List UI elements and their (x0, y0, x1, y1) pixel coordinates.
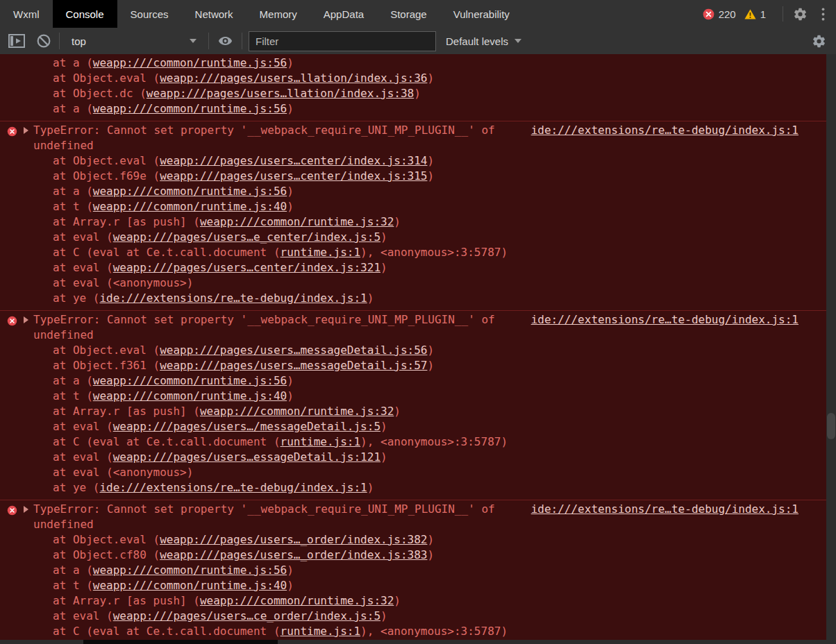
stack-text: at ye ( (53, 481, 99, 494)
stack-source-link[interactable]: ide:///extensions/re…te-debug/index.js:1 (99, 291, 367, 305)
stack-text: ) (287, 185, 294, 198)
clear-console-icon[interactable] (35, 32, 53, 50)
expand-triangle-icon[interactable] (24, 506, 28, 513)
stack-text: at eval ( (53, 450, 113, 464)
dropdown-caret-icon (515, 39, 521, 43)
stack-source-link[interactable]: weapp:///pages/users…_order/index.js:382 (160, 533, 427, 546)
expand-triangle-icon[interactable] (24, 316, 28, 323)
stack-source-link[interactable]: weapp:///pages/users…messageDetail.js:57 (160, 359, 427, 372)
stack-source-link[interactable]: weapp:///pages/users…center/index.js:314 (160, 154, 427, 167)
stack-text: at eval ( (53, 230, 113, 244)
log-levels-selector[interactable]: Default levels (446, 35, 521, 47)
stack-frame-line: at Object.f361 (weapp:///pages/users…mes… (0, 358, 826, 373)
stack-frame-line: at eval (weapp:///pages/users…ce_order/i… (0, 609, 826, 624)
stack-frame-line: at a (weapp:///common/runtime.js:56) (0, 101, 826, 117)
error-circle-icon (7, 505, 17, 520)
error-source-link[interactable]: ide:///extensions/re…te-debug/index.js:1 (531, 123, 799, 138)
stack-text: at Object.eval ( (53, 344, 160, 357)
stack-source-link[interactable]: ide:///extensions/re…te-debug/index.js:1 (99, 481, 367, 494)
stack-frame-line: at eval (weapp:///pages/users…/messageDe… (0, 419, 826, 434)
stack-text: at t ( (53, 389, 93, 402)
vertical-scrollbar-thumb[interactable] (827, 413, 835, 439)
stack-frame-line: at Object.cf80 (weapp:///pages/users…_or… (0, 548, 826, 563)
vertical-scrollbar[interactable] (826, 54, 836, 640)
execution-context-selector[interactable]: top (66, 35, 202, 47)
stack-source-link[interactable]: weapp:///pages/users…e_center/index.js:5 (113, 230, 381, 244)
stack-source-link[interactable]: weapp:///common/runtime.js:56 (93, 374, 287, 387)
stack-source-link[interactable]: weapp:///pages/users…llation/index.js:38 (147, 87, 414, 100)
error-circle-icon (7, 315, 17, 330)
horizontal-scrollbar-thumb[interactable] (83, 640, 278, 644)
stack-frame-line: at a (weapp:///common/runtime.js:56) (0, 56, 826, 71)
error-count: 220 (719, 8, 736, 20)
stack-text: ) (427, 533, 434, 546)
stack-source-link[interactable]: runtime.js:1 (281, 625, 361, 638)
tab-sources[interactable]: Sources (117, 0, 182, 28)
stack-source-link[interactable]: weapp:///common/runtime.js:56 (93, 102, 287, 115)
tab-wxml[interactable]: Wxml (0, 0, 53, 28)
tab-appdata[interactable]: AppData (310, 0, 377, 28)
console-settings-gear-icon[interactable] (810, 33, 828, 50)
stack-source-link[interactable]: weapp:///common/runtime.js:56 (93, 185, 287, 198)
stack-source-link[interactable]: weapp:///common/runtime.js:40 (93, 579, 287, 592)
tab-vulnerability[interactable]: Vulnerability (440, 0, 523, 28)
stack-source-link[interactable]: runtime.js:1 (281, 435, 361, 448)
error-source-link[interactable]: ide:///extensions/re…te-debug/index.js:1 (531, 502, 799, 517)
stack-source-link[interactable]: runtime.js:1 (281, 246, 361, 259)
stack-source-link[interactable]: weapp:///pages/users…_order/index.js:383 (160, 548, 427, 561)
kebab-menu-icon[interactable] (820, 6, 826, 22)
stack-text: ) (381, 261, 387, 274)
tab-storage[interactable]: Storage (377, 0, 440, 28)
stack-frame-line: at eval (<anonymous>) (0, 465, 826, 480)
stack-text: at Object.f69e ( (53, 169, 160, 183)
stack-source-link[interactable]: weapp:///common/runtime.js:32 (200, 405, 394, 418)
stack-source-link[interactable]: weapp:///common/runtime.js:40 (93, 389, 287, 402)
tab-memory[interactable]: Memory (246, 0, 310, 28)
console-sidebar-toggle-icon[interactable] (7, 33, 26, 49)
stack-frame-line: at t (weapp:///common/runtime.js:40) (0, 578, 826, 593)
stack-source-link[interactable]: weapp:///pages/users…center/index.js:321 (113, 261, 381, 274)
error-source-link[interactable]: ide:///extensions/re…te-debug/index.js:1 (531, 312, 799, 328)
stack-text: at a ( (53, 185, 93, 198)
stack-text: ) (287, 200, 294, 213)
stack-text: ) (367, 291, 374, 305)
settings-gear-icon[interactable] (792, 6, 809, 23)
stack-source-link[interactable]: weapp:///pages/users…essageDetail.js:121 (113, 450, 381, 464)
horizontal-scrollbar[interactable] (0, 640, 836, 644)
stack-source-link[interactable]: weapp:///pages/users…llation/index.js:36 (160, 71, 427, 85)
stack-source-link[interactable]: weapp:///common/runtime.js:56 (93, 56, 287, 69)
eye-icon[interactable] (215, 32, 235, 50)
stack-source-link[interactable]: weapp:///pages/users…messageDetail.js:56 (160, 344, 427, 357)
stack-text: at a ( (53, 374, 93, 387)
panel-tab-bar: Wxml Console Sources Network Memory AppD… (0, 0, 836, 28)
stack-source-link[interactable]: weapp:///common/runtime.js:56 (93, 564, 287, 577)
stack-text: at eval (<anonymous>) (53, 276, 193, 289)
stack-text: ) (367, 481, 374, 494)
expand-triangle-icon[interactable] (24, 127, 28, 134)
stack-source-link[interactable]: weapp:///common/runtime.js:40 (93, 200, 287, 213)
stack-text: ), <anonymous>:3:5787) (360, 435, 508, 448)
stack-text: at Object.dc ( (53, 87, 147, 100)
warning-count-badge[interactable]: 1 (744, 8, 766, 20)
stack-text: ) (287, 389, 294, 402)
tab-network[interactable]: Network (182, 0, 246, 28)
error-entry-header: TypeError: Cannot set property '__webpac… (0, 312, 826, 343)
stack-frame-line: at Object.eval (weapp:///pages/users…mes… (0, 343, 826, 358)
stack-text: ) (381, 450, 387, 464)
stack-text: at Object.cf80 ( (53, 548, 160, 561)
stack-text: at t ( (53, 579, 93, 592)
stack-frame-line: at ye (ide:///extensions/re…te-debug/ind… (0, 291, 826, 306)
error-count-badge[interactable]: 220 (703, 8, 736, 20)
stack-source-link[interactable]: weapp:///common/runtime.js:32 (200, 594, 394, 607)
filter-input[interactable] (249, 31, 436, 51)
stack-source-link[interactable]: weapp:///common/runtime.js:32 (200, 215, 394, 228)
stack-text: ) (414, 87, 421, 100)
stack-source-link[interactable]: weapp:///pages/users…center/index.js:315 (160, 169, 427, 183)
stack-frame-line: at eval (weapp:///pages/users…e_center/i… (0, 230, 826, 245)
error-message: TypeError: Cannot set property '__webpac… (33, 502, 519, 532)
console-error-entry: TypeError: Cannot set property '__webpac… (0, 121, 826, 310)
stack-text: ) (427, 169, 434, 183)
stack-source-link[interactable]: weapp:///pages/users…ce_order/index.js:5 (113, 609, 381, 622)
tab-console[interactable]: Console (53, 0, 117, 28)
stack-source-link[interactable]: weapp:///pages/users…/messageDetail.js:5 (113, 420, 381, 433)
